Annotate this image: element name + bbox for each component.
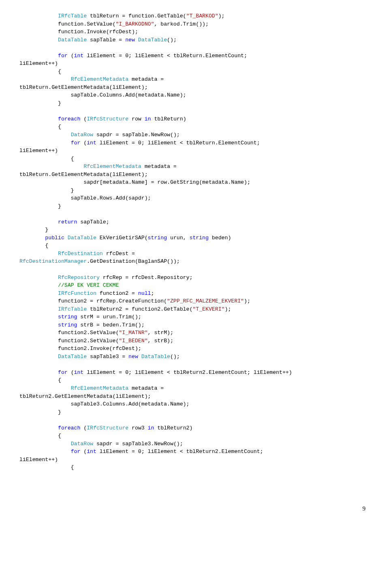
- code-text: tblReturn.GetElementMetadata(liElement);: [19, 84, 148, 90]
- keyword-token: for: [71, 140, 81, 146]
- keyword-token: foreach: [58, 116, 80, 122]
- string-token: "ZPP_RFC_MALZEME_EKVERI": [167, 298, 244, 304]
- code-text: ();: [170, 354, 180, 360]
- code-text: tblReturn): [151, 116, 186, 122]
- code-text: , strB);: [148, 338, 173, 344]
- type-token: DataRow: [71, 132, 93, 138]
- keyword-token: string: [189, 235, 208, 241]
- type-token: DataTable: [58, 354, 87, 360]
- code-text: ();: [167, 37, 177, 43]
- code-text: urun,: [167, 235, 189, 241]
- keyword-token: foreach: [58, 425, 80, 431]
- code-text: liElement = 0; liElement < tblReturn2.El…: [83, 369, 292, 376]
- string-token: "I_MATNR": [119, 330, 147, 336]
- code-text: function.Invoke(rfcDest);: [19, 29, 138, 35]
- code-text: tblReturn.GetElementMetadata(liElement);: [19, 172, 148, 178]
- type-token: RfcElementMetadata: [71, 385, 128, 391]
- type-token: DataRow: [71, 441, 93, 447]
- keyword-token: null: [138, 290, 151, 296]
- keyword-token: int: [87, 140, 96, 146]
- code-text: function2 =: [96, 290, 138, 296]
- string-token: "T_EKVERI": [192, 306, 224, 312]
- code-text: tblReturn2.GetElementMetadata(liElement)…: [19, 393, 151, 399]
- code-text: liElement++): [19, 148, 58, 154]
- code-text: liElement++): [19, 457, 58, 463]
- page-number: 9: [19, 504, 370, 513]
- code-text: tblReturn = function.GetTable(: [87, 13, 186, 19]
- code-text: rfcDest =: [103, 251, 138, 257]
- code-text: metadata =: [141, 163, 180, 170]
- code-text: function2.SetValue(: [19, 338, 119, 344]
- keyword-token: in: [145, 116, 151, 122]
- code-text: beden): [209, 235, 231, 241]
- keyword-token: string: [58, 314, 77, 320]
- code-text: , barkod.Trim());: [154, 21, 209, 27]
- code-text: metadata =: [128, 385, 167, 391]
- code-text: sapTable3.Columns.Add(metadata.Name);: [19, 401, 189, 407]
- type-token: DataTable: [68, 235, 96, 241]
- keyword-token: for: [58, 53, 68, 59]
- keyword-token: new: [125, 37, 135, 43]
- string-token: "I_BEDEN": [119, 338, 147, 344]
- type-token: RfcElementMetadata: [83, 163, 141, 170]
- code-text: liElement = 0; liElement < tblReturn.Ele…: [83, 53, 250, 59]
- keyword-token: int: [87, 449, 96, 455]
- type-token: RfcElementMetadata: [71, 76, 128, 82]
- code-text: EkVeriGetirSAP(: [96, 235, 148, 241]
- code-text: , strM);: [148, 330, 173, 336]
- keyword-token: int: [74, 369, 84, 376]
- keyword-token: int: [74, 53, 84, 59]
- code-text: row: [128, 116, 145, 122]
- type-token: RfcRepository: [58, 275, 100, 281]
- code-text: sapTable =: [87, 37, 125, 43]
- string-token: "T_BARKOD": [186, 13, 218, 19]
- code-text: function.SetValue(: [19, 21, 115, 27]
- code-text: sapTable.Columns.Add(metadata.Name);: [19, 92, 186, 98]
- type-token: DataTable: [141, 354, 170, 360]
- code-text: strM = urun.Trim();: [77, 314, 141, 320]
- code-text: liElement++): [19, 60, 58, 67]
- code-text: strB = beden.Trim();: [77, 322, 144, 328]
- type-token: IRfcTable: [58, 306, 87, 312]
- keyword-token: string: [58, 322, 77, 328]
- code-text: function2 = rfcRep.CreateFunction(: [19, 298, 167, 304]
- code-text: function2.Invoke(rfcDest);: [19, 346, 141, 352]
- code-text: sapTable3 =: [87, 354, 128, 360]
- code-block: IRfcTable tblReturn = function.GetTable(…: [19, 12, 370, 472]
- code-text: sapTable;: [77, 219, 109, 225]
- string-token: "I_BARKODNO": [115, 21, 154, 27]
- type-token: IRfcStructure: [87, 425, 128, 431]
- code-text: sapdr[metadata.Name] = row.GetString(met…: [19, 179, 250, 185]
- type-token: DataTable: [138, 37, 167, 43]
- type-token: RfcDestinationManager: [19, 258, 87, 264]
- keyword-token: return: [58, 219, 77, 225]
- keyword-token: for: [71, 449, 81, 455]
- keyword-token: for: [58, 369, 68, 376]
- comment-token: //SAP EK VERI CEKME: [58, 282, 119, 288]
- keyword-token: new: [128, 354, 138, 360]
- type-token: DataTable: [58, 37, 87, 43]
- code-text: tblReturn2): [154, 425, 192, 431]
- code-text: sapdr = sapTable3.NewRow();: [93, 441, 183, 447]
- type-token: IRfcFunction: [58, 290, 96, 296]
- keyword-token: in: [148, 425, 154, 431]
- type-token: IRfcTable: [58, 13, 87, 19]
- code-text: rfcRep = rfcDest.Repository;: [100, 275, 193, 281]
- keyword-token: public: [45, 235, 64, 241]
- code-text: row3: [128, 425, 147, 431]
- code-text: metadata =: [128, 76, 167, 82]
- code-text: sapTable.Rows.Add(sapdr);: [19, 195, 151, 201]
- code-text: sapdr = sapTable.NewRow();: [93, 132, 180, 138]
- code-text: function2.SetValue(: [19, 330, 119, 336]
- code-text: .GetDestination(BaglanSAP());: [87, 258, 180, 264]
- keyword-token: string: [148, 235, 167, 241]
- code-text: tblReturn2 = function2.GetTable(: [87, 306, 192, 312]
- code-text: liElement = 0; liElement < tblReturn2.El…: [96, 449, 266, 455]
- code-text: liElement = 0; liElement < tblReturn.Ele…: [96, 140, 263, 146]
- code-text: );: [218, 13, 225, 19]
- type-token: RfcDestination: [58, 251, 103, 257]
- type-token: IRfcStructure: [87, 116, 128, 122]
